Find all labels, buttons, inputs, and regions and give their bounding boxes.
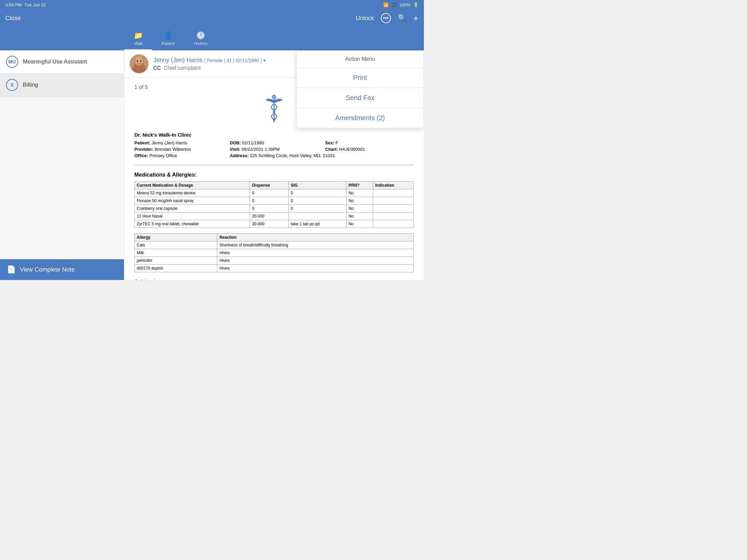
action-menu: Action Menu Print Send Fax Amendments (2…	[296, 50, 424, 128]
table-cell	[373, 220, 413, 228]
table-cell: Milk	[135, 249, 217, 257]
table-row: d00170 aspirinHives	[135, 265, 414, 272]
action-menu-title: Action Menu	[297, 51, 423, 68]
med-col-sig: SIG	[288, 182, 346, 189]
allergy-col-reaction: Reaction	[217, 234, 414, 241]
table-cell: Cats	[135, 241, 217, 249]
table-cell	[288, 213, 346, 220]
more-options-button[interactable]: •••	[381, 13, 391, 23]
sidebar-item-billing[interactable]: $ Billing	[0, 74, 124, 97]
table-cell: No	[346, 213, 373, 220]
cc-label: CC	[153, 65, 161, 71]
table-row: Flonase 50 mcg/inh nasal spray00No	[135, 197, 414, 205]
provider-field: Provider: Brendan Wilberton	[134, 147, 223, 152]
close-button[interactable]: Close	[5, 15, 21, 22]
address-field: Address: 225 Schilling Circle, Hunt Vall…	[230, 153, 414, 158]
time-display: 3:54 PM	[5, 2, 22, 7]
table-cell: No	[346, 205, 373, 213]
top-nav-actions: Unlock ••• 🔍 +	[356, 13, 418, 24]
table-row: CatsShortness of breath/difficulty breat…	[135, 241, 414, 249]
dots-icon: •••	[383, 15, 389, 21]
table-row: MilkHives	[135, 249, 414, 257]
table-cell	[373, 189, 413, 197]
dob-value: 02/11/1980	[242, 140, 264, 145]
sidebar-item-meaningful-use[interactable]: MU Meaningful Use Assistant	[0, 50, 124, 74]
status-bar-right: 📶 🎧 100% 🔋	[383, 2, 418, 7]
dob-field: DOB: 02/11/1980	[230, 140, 318, 145]
view-complete-note-button[interactable]: 📄 View Complete Note	[0, 259, 124, 280]
chevron-down-icon[interactable]: ▾	[263, 58, 266, 63]
avatar-image	[130, 54, 149, 73]
divider	[134, 165, 414, 165]
patient-value: Jenny (Jen) Harris	[152, 140, 187, 145]
visit-label: Visit:	[230, 147, 240, 152]
allergy-col-allergy: Allergy	[135, 234, 217, 241]
table-cell: Hives	[217, 265, 414, 272]
tab-history[interactable]: 🕐 History	[184, 27, 217, 50]
visit-value: 06/22/2021 1:30PM	[241, 147, 280, 152]
meaningful-use-label: Meaningful Use Assistant	[23, 58, 87, 65]
table-cell: d00170 aspirin	[135, 265, 217, 272]
tab-visit[interactable]: 📁 Visit	[124, 27, 152, 50]
svg-point-5	[140, 60, 141, 62]
action-send-fax-button[interactable]: Send Fax	[297, 88, 423, 108]
table-row: 12 Hour Nasal20.000No	[135, 213, 414, 220]
add-button[interactable]: +	[413, 13, 418, 24]
action-amendments-button[interactable]: Amendments (2)	[297, 108, 423, 128]
headphone-icon: 🎧	[391, 2, 397, 7]
table-cell: 20.000	[250, 213, 288, 220]
table-cell: Shortness of breath/difficulty breathing	[217, 241, 414, 249]
search-button[interactable]: 🔍	[398, 14, 407, 23]
table-cell: Mirena 52 mg intrauterine device	[135, 189, 250, 197]
table-cell	[373, 213, 413, 220]
table-cell: 0	[288, 205, 346, 213]
med-col-dispense: Dispense	[250, 182, 288, 189]
clinic-name: Dr. Nick's Walk-In Clinic	[134, 132, 414, 138]
visit-icon: 📁	[134, 31, 143, 40]
battery-icon: 🔋	[413, 2, 418, 7]
provider-value: Brendan Wilberton	[155, 147, 191, 152]
sex-value: F	[336, 140, 338, 145]
battery-percent: 100%	[400, 2, 410, 7]
medications-title: Medications & Allergies:	[134, 172, 414, 178]
chart-label: Chart:	[325, 147, 338, 152]
office-value: Primary Office	[150, 153, 177, 158]
top-nav-bar: Close Unlock ••• 🔍 +	[0, 9, 424, 27]
action-print-button[interactable]: Print	[297, 68, 423, 88]
dob-label: DOB:	[230, 140, 241, 145]
address-value: 225 Schilling Circle, Hunt Valley, MD, 2…	[250, 153, 335, 158]
provider-label: Provider:	[134, 147, 154, 152]
table-cell: No	[346, 220, 373, 228]
table-cell: No	[346, 197, 373, 205]
main-layout: MU Meaningful Use Assistant $ Billing 📄 …	[0, 50, 424, 280]
status-bar: 3:54 PM Tue Jun 22 📶 🎧 100% 🔋	[0, 0, 424, 9]
status-bar-left: 3:54 PM Tue Jun 22	[5, 2, 46, 7]
table-cell: 0	[288, 197, 346, 205]
table-row: Cranberry oral capsule00No	[135, 205, 414, 213]
visit-field: Visit: 06/22/2021 1:30PM	[230, 147, 318, 152]
patient-name: Jenny (Jen) Harris	[153, 57, 203, 63]
meaningful-use-icon: MU	[6, 56, 18, 68]
history-icon: 🕐	[196, 31, 205, 40]
billing-label: Billing	[23, 82, 38, 88]
table-cell: Hives	[217, 257, 414, 265]
office-field: Office: Primary Office	[134, 153, 223, 158]
table-cell: Cranberry oral capsule	[135, 205, 250, 213]
address-label: Address:	[230, 153, 249, 158]
tab-patient[interactable]: 👤 Patient	[152, 27, 184, 50]
table-cell: 0	[250, 189, 288, 197]
sex-label: Sex:	[325, 140, 334, 145]
wifi-icon: 📶	[383, 2, 389, 7]
table-cell: Flonase 50 mcg/inh nasal spray	[135, 197, 250, 205]
office-label: Office:	[134, 153, 148, 158]
patient-demographics: ( Female | 41 | 02/11/1980 )	[204, 58, 262, 63]
caduceus-svg	[261, 94, 287, 124]
table-cell: ZyrTEC 5 mg oral tablet, chewable	[135, 220, 250, 228]
avatar-svg	[130, 54, 149, 73]
patient-icon: 👤	[164, 31, 173, 40]
unlock-button[interactable]: Unlock	[356, 15, 374, 22]
billing-icon: $	[6, 79, 18, 91]
chart-field: Chart: HAJE000001	[325, 147, 414, 152]
tab-history-label: History	[194, 41, 207, 46]
med-col-prn: PRN?	[346, 182, 373, 189]
